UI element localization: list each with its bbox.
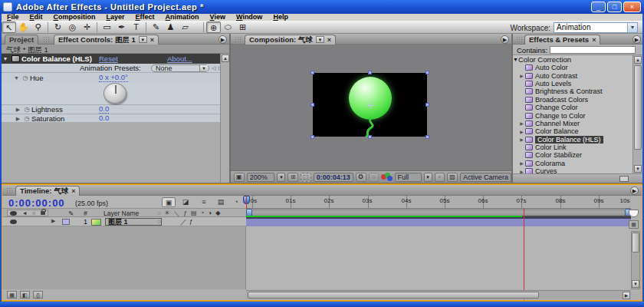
- selection-handle[interactable]: [426, 71, 429, 74]
- expander-open-icon[interactable]: ▼: [12, 75, 21, 81]
- selection-tool-icon[interactable]: ↖: [2, 21, 16, 33]
- expander-closed-icon[interactable]: ▶: [518, 160, 525, 166]
- stopwatch-icon[interactable]: ◷: [22, 115, 31, 122]
- view-axis-mode-icon[interactable]: ⊞: [235, 21, 250, 33]
- channel-rgb-icon[interactable]: [381, 173, 392, 182]
- show-snapshot-icon[interactable]: ○: [369, 173, 380, 182]
- close-icon[interactable]: ×: [327, 36, 331, 44]
- timeline-tracks-area[interactable]: [246, 226, 631, 289]
- list-item[interactable]: ▶Auto Contrast: [513, 71, 632, 79]
- list-item[interactable]: ▶Channel Mixer: [513, 120, 632, 127]
- expander-closed-icon[interactable]: ▶: [518, 137, 525, 142]
- selection-handle[interactable]: [426, 135, 429, 139]
- workspace-dropdown[interactable]: Animation ▼: [554, 22, 638, 33]
- hue-dial[interactable]: [104, 83, 127, 104]
- reset-link[interactable]: Reset: [99, 54, 118, 63]
- menu-animation[interactable]: Animation: [160, 14, 205, 21]
- list-item[interactable]: Auto Color: [513, 64, 632, 71]
- expand-inout-pane-icon[interactable]: {}: [33, 291, 43, 299]
- pen-tool-icon[interactable]: ✒: [114, 21, 129, 33]
- preset-prev-icon[interactable]: ◁: [212, 65, 215, 71]
- draft-3d-toggle[interactable]: ◪: [179, 197, 192, 207]
- current-time-display[interactable]: 0:00:00:00: [8, 197, 65, 209]
- tab-timeline[interactable]: Timeline: 气球×: [15, 186, 80, 196]
- stopwatch-icon[interactable]: ◷: [22, 106, 31, 113]
- comp-timecode[interactable]: 0:00:04:13: [314, 173, 353, 182]
- timeline-vertical-scrollbar[interactable]: ▼: [631, 231, 640, 289]
- clone-stamp-tool-icon[interactable]: ♟: [163, 21, 178, 33]
- chevron-down-icon[interactable]: ▼: [424, 173, 432, 182]
- safe-margins-icon[interactable]: ⊞: [288, 173, 298, 182]
- selection-handle[interactable]: [310, 71, 314, 74]
- tab-effect-controls[interactable]: Effect Controls: 图层 1▼×: [54, 35, 159, 45]
- menu-file[interactable]: File: [2, 14, 25, 21]
- effects-list-scrollbar[interactable]: ▲ ▼: [632, 55, 642, 173]
- scroll-up-icon[interactable]: ▲: [222, 54, 229, 62]
- layer-effects-toggle[interactable]: ƒ: [189, 218, 192, 225]
- layer-row[interactable]: ▶ 1 图层 1 ◌ ／ ƒ: [2, 217, 246, 226]
- tab-effects-presets[interactable]: Effects & Presets×: [524, 35, 600, 45]
- panel-menu-icon[interactable]: ▶: [632, 35, 641, 44]
- panel-menu-icon[interactable]: ▶: [630, 187, 639, 195]
- menu-layer[interactable]: Layer: [101, 14, 130, 21]
- pixel-aspect-icon[interactable]: ▫: [435, 173, 445, 182]
- layer-duration-bar[interactable]: [246, 217, 631, 226]
- scroll-right-icon[interactable]: ▶: [623, 292, 630, 299]
- layer-eye-toggle[interactable]: [10, 220, 17, 224]
- param-hue-value[interactable]: 0 x +0.0°: [99, 74, 128, 82]
- chevron-down-icon[interactable]: ▼: [139, 36, 147, 43]
- rotation-tool-icon[interactable]: ↻: [51, 21, 65, 33]
- live-update-toggle[interactable]: ▣: [162, 197, 176, 207]
- selection-handle[interactable]: [310, 135, 314, 139]
- time-ruler[interactable]: 0s 01s 02s 03s 04s 05s 06s 07s 08s 09s 1…: [246, 196, 631, 209]
- always-preview-icon[interactable]: ▣: [234, 173, 245, 182]
- close-icon[interactable]: ×: [150, 36, 154, 44]
- stopwatch-icon[interactable]: ◷: [21, 74, 30, 81]
- frame-blending-toggle[interactable]: ▤: [214, 197, 228, 207]
- pan-behind-tool-icon[interactable]: ✛: [80, 21, 94, 33]
- new-preset-icon[interactable]: [619, 176, 629, 182]
- menu-window[interactable]: Window: [231, 14, 268, 21]
- list-item[interactable]: Color Stabilizer: [513, 151, 632, 159]
- menu-composition[interactable]: Composition: [48, 14, 101, 21]
- comp-marker-bin[interactable]: [629, 210, 639, 217]
- orbit-camera-tool-icon[interactable]: ◎: [65, 21, 80, 33]
- selection-handle[interactable]: [368, 135, 372, 139]
- expander-open-icon[interactable]: ▼: [2, 56, 9, 61]
- expander-closed-icon[interactable]: ▶: [518, 120, 525, 126]
- scroll-thumb[interactable]: [634, 65, 642, 150]
- scroll-thumb[interactable]: [248, 292, 539, 299]
- magnification-dropdown[interactable]: 200%: [247, 173, 275, 182]
- expander-closed-icon[interactable]: ▶: [14, 107, 22, 113]
- close-icon[interactable]: ×: [592, 36, 596, 44]
- minimize-button[interactable]: _: [591, 2, 606, 12]
- timeline-horizontal-scrollbar[interactable]: ▶: [246, 290, 631, 299]
- effect-controls-scrollbar[interactable]: ▲: [220, 54, 229, 183]
- panel-grip-icon[interactable]: [6, 187, 14, 194]
- composition-viewer[interactable]: [231, 45, 511, 170]
- scroll-up-icon[interactable]: ▲: [634, 56, 642, 64]
- selection-handle[interactable]: [426, 103, 429, 107]
- chevron-down-icon[interactable]: ▼: [277, 173, 285, 182]
- hand-tool-icon[interactable]: ✋: [16, 21, 31, 33]
- scroll-thumb[interactable]: [632, 233, 639, 253]
- menu-effect[interactable]: Effect: [130, 14, 160, 21]
- param-lightness-value[interactable]: 0.0: [99, 105, 109, 114]
- contains-input[interactable]: [550, 46, 636, 54]
- list-item-selected[interactable]: ▶Color Balance (HLS): [513, 136, 632, 144]
- list-item[interactable]: ▶Colorama: [513, 160, 632, 167]
- anchor-point-icon[interactable]: [367, 102, 374, 109]
- selection-handle[interactable]: [368, 71, 372, 74]
- region-of-interest-icon[interactable]: ⬚: [301, 173, 311, 182]
- panel-menu-icon[interactable]: ▶: [501, 35, 509, 44]
- expander-closed-icon[interactable]: ▶: [51, 218, 55, 224]
- tab-project[interactable]: Project: [5, 35, 38, 45]
- panel-grip-icon[interactable]: [235, 36, 242, 43]
- close-icon[interactable]: ×: [71, 187, 75, 195]
- list-item[interactable]: ▶Color Balance: [513, 127, 632, 135]
- layer-name-field[interactable]: 图层 1: [105, 218, 162, 226]
- comp-mini-flowchart-icon[interactable]: ▦: [629, 220, 639, 229]
- brush-tool-icon[interactable]: ✎: [149, 21, 163, 33]
- panel-grip-icon[interactable]: [516, 36, 524, 43]
- balloon-image[interactable]: [349, 77, 392, 120]
